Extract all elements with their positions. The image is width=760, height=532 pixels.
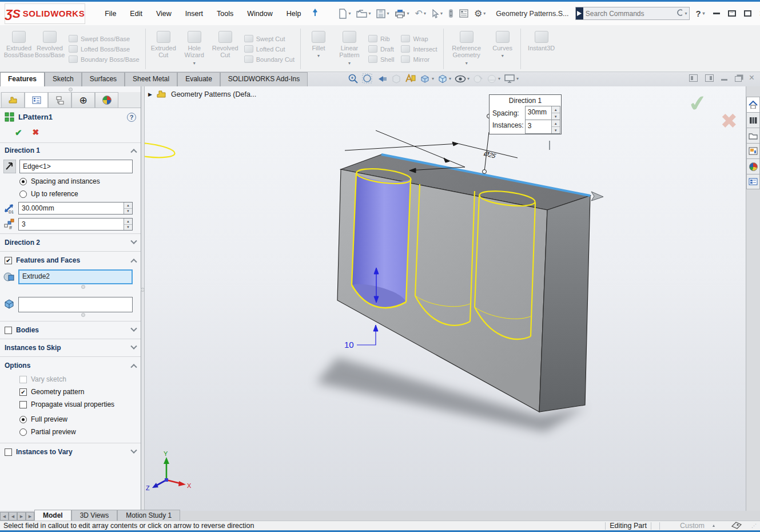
direction1-callout[interactable]: Direction 1 Spacing: Instances: 30mm ▲▼ … [489, 94, 562, 134]
callout-spacing-spinner[interactable]: ▲▼ [551, 106, 560, 120]
linear-pattern-button[interactable]: Linear Pattern ▾ [334, 27, 365, 70]
appearances-tab[interactable] [746, 158, 760, 174]
tab-addins[interactable]: SOLIDWORKS Add-Ins [220, 72, 308, 86]
menu-help[interactable]: Help [281, 7, 307, 21]
hole-wizard-caret-icon[interactable]: ▾ [193, 61, 196, 66]
revolved-boss-button[interactable]: Revolved Boss/Base [34, 27, 65, 70]
direction-arrow[interactable] [591, 192, 603, 201]
pin-menu-icon[interactable] [311, 8, 319, 19]
boundary-boss-button[interactable]: Boundary Boss/Base [69, 55, 140, 63]
reverse-direction-chevron[interactable] [549, 141, 550, 149]
graphics-viewport[interactable]: ▶ Geometry Patterns (Defa... [145, 86, 746, 511]
tab-surfaces[interactable]: Surfaces [82, 72, 125, 86]
instances-to-vary-checkbox[interactable] [5, 448, 12, 456]
options-gear-button[interactable]: ⚙ ▾ [472, 6, 488, 21]
extruded-cut-button[interactable]: Extruded Cut [148, 27, 179, 70]
callout-instances-spinner[interactable]: ▲▼ [551, 120, 560, 133]
magnet-toggle-button[interactable] [446, 7, 456, 20]
tab-evaluate[interactable]: Evaluate [177, 72, 220, 86]
bodies-checkbox[interactable] [5, 327, 12, 334]
radio-icon[interactable] [19, 416, 27, 423]
collapse-icon[interactable] [130, 364, 137, 370]
section-features-faces[interactable]: ✔ Features and Faces [0, 253, 141, 268]
expand-icon[interactable] [130, 343, 137, 350]
tab-displaymanager[interactable] [95, 92, 118, 108]
options-caret-icon[interactable]: ▾ [483, 11, 486, 16]
geometry-pattern-option[interactable]: ✔Geometry pattern [0, 386, 141, 398]
menu-insert[interactable]: Insert [180, 7, 209, 21]
section-instances-to-skip[interactable]: Instances to Skip [0, 340, 141, 355]
next-pane-icon[interactable] [705, 74, 714, 82]
tab-configurationmanager[interactable] [48, 92, 71, 108]
radio-icon[interactable] [19, 190, 27, 198]
instant3d-button[interactable]: Instant3D [523, 27, 560, 70]
home-tab[interactable] [746, 97, 760, 112]
partial-preview-option[interactable]: Partial preview [0, 426, 141, 438]
spacing-input[interactable]: 30.000mm ▲▼ [18, 202, 133, 215]
tab-dimxpertmanager[interactable]: ⊕ [71, 92, 95, 108]
diameter-dimension[interactable]: Ø25 [482, 150, 498, 159]
minimize-button[interactable] [713, 13, 720, 14]
annotation-visibility-button[interactable] [405, 74, 416, 84]
cancel-button[interactable]: ✖ [33, 128, 39, 138]
radio-spacing-instances[interactable]: Spacing and instances [0, 175, 141, 188]
curves-button[interactable]: Curves ▾ [487, 27, 518, 70]
doc-close-icon[interactable]: × [749, 74, 754, 82]
callout-spacing-field[interactable]: 30mm ▲▼ [526, 106, 560, 120]
expand-icon[interactable] [130, 447, 137, 454]
confirm-cancel-overlay-icon[interactable]: ✖ [721, 109, 738, 133]
nav-prev-button[interactable]: ◀ [9, 512, 17, 521]
maximize-button[interactable] [744, 10, 751, 17]
tab-sketch[interactable]: Sketch [45, 72, 82, 86]
reference-geometry-button[interactable]: Reference Geometry ▾ [446, 27, 487, 70]
tab-model[interactable]: Model [34, 510, 71, 521]
expand-icon[interactable] [130, 238, 137, 244]
tab-featuremanager[interactable] [1, 92, 25, 108]
intersect-button[interactable]: Intersect [401, 45, 437, 53]
fillet-button[interactable]: Fillet ▾ [303, 27, 334, 70]
pm-help-button[interactable]: ? [127, 113, 136, 122]
linear-pattern-caret-icon[interactable]: ▾ [348, 61, 351, 66]
select-tool-button[interactable]: ▾ [429, 7, 445, 20]
design-library-tab[interactable] [746, 128, 760, 143]
propagate-visual-option[interactable]: Propagate visual properties [0, 398, 141, 411]
box-resize-handle[interactable] [81, 285, 85, 289]
menu-view[interactable]: View [150, 7, 177, 21]
save-caret-icon[interactable]: ▾ [387, 11, 389, 16]
revolved-cut-button[interactable]: Revolved Cut [210, 27, 241, 70]
reference-geometry-caret-icon[interactable]: ▾ [465, 61, 468, 66]
collapse-icon[interactable] [130, 259, 137, 265]
menu-tools[interactable]: Tools [211, 7, 239, 21]
resources-tab[interactable] [746, 112, 760, 128]
undo-button[interactable]: ↶ ▾ [412, 6, 428, 21]
search-caret-icon[interactable]: ▾ [682, 11, 689, 16]
expand-icon[interactable] [130, 325, 137, 332]
tab-propertymanager[interactable] [25, 92, 48, 108]
curves-caret-icon[interactable]: ▾ [502, 53, 504, 58]
radio-icon[interactable] [19, 428, 27, 436]
boundary-cut-button[interactable]: Boundary Cut [244, 55, 295, 63]
box-resize-handle[interactable] [81, 313, 85, 317]
collapse-icon[interactable] [130, 149, 137, 155]
ok-button[interactable]: ✔ [15, 128, 22, 138]
section-direction1[interactable]: Direction 1 [0, 143, 141, 158]
faces-selection-box[interactable] [18, 297, 133, 312]
help-button[interactable]: ? ▾ [695, 9, 705, 18]
save-button[interactable]: ▾ [374, 7, 391, 20]
view-palette-tab[interactable] [746, 143, 760, 158]
menu-file[interactable]: File [99, 7, 122, 21]
section-options[interactable]: Options [0, 358, 141, 373]
shell-button[interactable]: Shell [368, 55, 394, 63]
draft-button[interactable]: Draft [368, 45, 394, 53]
rib-button[interactable]: Rib [368, 35, 394, 42]
previous-view-button[interactable] [376, 74, 388, 84]
view-settings-button[interactable]: ▾ [504, 74, 519, 84]
instances-spinner[interactable]: ▲▼ [124, 219, 132, 230]
hole-wizard-button[interactable]: Hole Wizard ▾ [179, 27, 210, 70]
section-view-button[interactable] [391, 74, 401, 84]
tab-sheet-metal[interactable]: Sheet Metal [125, 72, 177, 86]
previous-pane-icon[interactable] [689, 74, 698, 82]
print-caret-icon[interactable]: ▾ [407, 11, 409, 16]
direction1-edge-field[interactable]: Edge<1> [19, 160, 133, 173]
direction-reverse-icon[interactable] [3, 160, 16, 173]
